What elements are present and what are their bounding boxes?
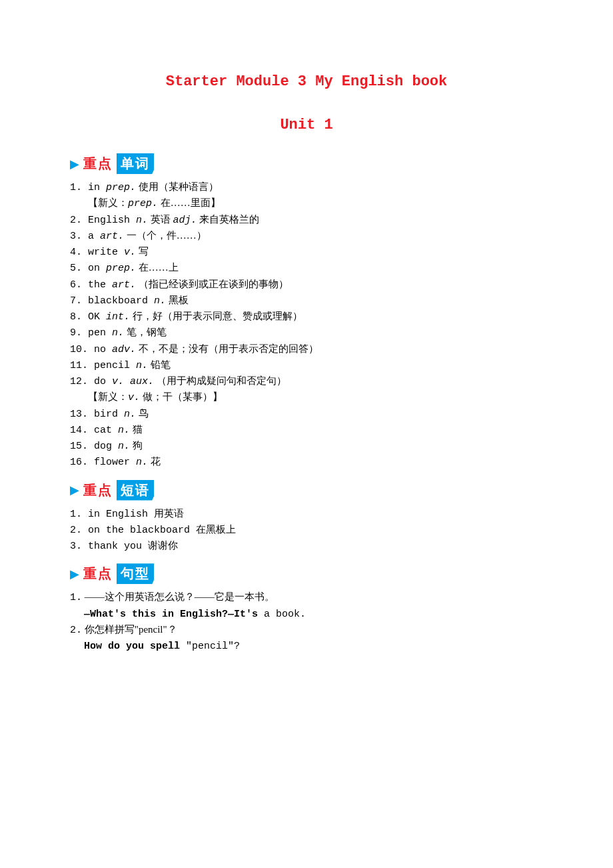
word-entry: 14. cat n. 猫 [70,422,543,438]
section-header-sentences: ▶ 重点 句型 [70,563,543,584]
word-entry: 7. blackboard n. 黑板 [70,293,543,309]
module-title: Starter Module 3 My English book [70,73,543,90]
sentences-list: 1. ——这个用英语怎么说？——它是一本书。—What's this in En… [70,589,543,654]
word-entry: 10. no adv. 不，不是；没有（用于表示否定的回答） [70,341,543,357]
phrase-entry: 1. in English 用英语 [70,506,543,522]
word-note: 【新义：v. 做；干（某事）】 [70,389,543,405]
unit-subtitle: Unit 1 [70,117,543,133]
word-entry: 9. pen n. 笔，钢笔 [70,325,543,341]
section-label-red: 重点 [83,565,113,583]
word-entry: 3. a art. 一（个，件……） [70,228,543,244]
word-entry: 11. pencil n. 铅笔 [70,357,543,373]
word-entry: 6. the art. （指已经谈到或正在谈到的事物） [70,277,543,293]
phrase-entry: 3. thank you 谢谢你 [70,538,543,554]
section-label-red: 重点 [83,481,113,499]
section-header-phrases: ▶ 重点 短语 [70,480,543,501]
section-label-red: 重点 [83,155,113,173]
section-label-blue: 单词 [117,153,154,174]
section-header-words: ▶ 重点 单词 [70,153,543,174]
document-page: Starter Module 3 My English book Unit 1 … [0,0,613,694]
words-list: 1. in prep. 使用（某种语言）【新义：prep. 在……里面】2. E… [70,179,543,471]
word-entry: 2. English n. 英语 adj. 来自英格兰的 [70,212,543,228]
word-entry: 16. flower n. 花 [70,454,543,470]
arrow-icon: ▶ [70,567,79,581]
phrases-list: 1. in English 用英语2. on the blackboard 在黑… [70,506,543,555]
sentence-answer: —What's this in English?—It's a book. [70,606,543,622]
word-entry: 4. write v. 写 [70,244,543,260]
word-entry: 13. bird n. 鸟 [70,406,543,422]
word-entry: 15. dog n. 狗 [70,438,543,454]
arrow-icon: ▶ [70,157,79,171]
word-entry: 5. on prep. 在……上 [70,260,543,276]
sentence-question: 2. 你怎样拼写"pencil"？ [70,622,543,638]
sentence-question: 1. ——这个用英语怎么说？——它是一本书。 [70,589,543,605]
word-entry: 12. do v. aux. （用于构成疑问句和否定句） [70,373,543,389]
section-label-blue: 短语 [117,480,154,501]
arrow-icon: ▶ [70,483,79,497]
word-entry: 8. OK int. 行，好（用于表示同意、赞成或理解） [70,309,543,325]
word-note: 【新义：prep. 在……里面】 [70,195,543,211]
sentence-answer: How do you spell "pencil"? [70,638,543,654]
phrase-entry: 2. on the blackboard 在黑板上 [70,522,543,538]
section-label-blue: 句型 [117,563,154,584]
word-entry: 1. in prep. 使用（某种语言） [70,179,543,195]
